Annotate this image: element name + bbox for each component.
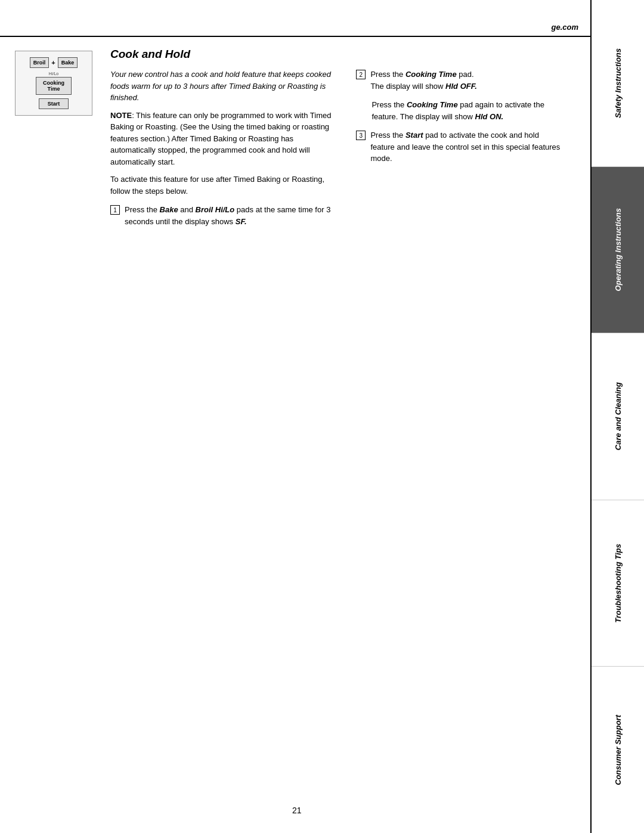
step-1-text: Press the Bake and Broil Hi/Lo pads at t… — [125, 204, 338, 227]
step-2b-text: Press the Cooking Time pad again to acti… — [371, 99, 564, 122]
step-2-number: 2 — [356, 70, 366, 79]
hilo-label: Hi/Lo — [20, 72, 87, 76]
sidebar-safety-label: Safety Instructions — [614, 48, 623, 118]
step-2b-spacer — [356, 99, 367, 122]
broil-label: Broil — [33, 60, 46, 66]
sidebar-section-care[interactable]: Care and Cleaning — [592, 333, 644, 500]
step-1-number: 1 — [110, 205, 120, 215]
sidebar-consumer-label: Consumer Support — [614, 715, 623, 785]
note-text: NOTE: This feature can only be programme… — [110, 110, 338, 168]
sidebar-section-safety[interactable]: Safety Instructions — [592, 0, 644, 167]
page-container: ge.com Safety Instructions Operating Ins… — [0, 0, 644, 833]
step-3-number: 3 — [356, 131, 366, 140]
cooking-time-label2: Time — [40, 86, 67, 92]
broil-bake-row: Broil + Bake — [20, 57, 87, 68]
section-title: Cook and Hold — [110, 48, 190, 61]
sidebar-care-label: Care and Cleaning — [614, 382, 623, 450]
left-column: Your new control has a cook and hold fea… — [110, 69, 338, 234]
bake-button: Bake — [58, 57, 78, 68]
step-3: 3 Press the Start pad to activate the co… — [356, 129, 564, 165]
content-area: Your new control has a cook and hold fea… — [110, 69, 564, 234]
step-2: 2 Press the Cooking Time pad. The displa… — [356, 69, 564, 92]
step-3-text: Press the Start pad to activate the cook… — [370, 129, 564, 165]
page-number: 21 — [292, 806, 302, 815]
sidebar-section-consumer[interactable]: Consumer Support — [592, 667, 644, 833]
intro-text: Your new control has a cook and hold fea… — [110, 69, 338, 104]
sidebar-section-troubleshooting[interactable]: Troubleshooting Tips — [592, 500, 644, 667]
sidebar-operating-label: Operating Instructions — [614, 208, 623, 291]
sidebar-troubleshooting-label: Troubleshooting Tips — [614, 544, 623, 623]
step-2b: Press the Cooking Time pad again to acti… — [356, 99, 564, 122]
top-border — [0, 36, 590, 37]
cooking-time-button: Cooking Time — [36, 77, 72, 95]
right-column: 2 Press the Cooking Time pad. The displa… — [356, 69, 564, 234]
control-diagram: Broil + Bake Hi/Lo Cooking Time Start — [15, 51, 92, 116]
sidebar-section-operating[interactable]: Operating Instructions — [592, 167, 644, 334]
step-2-text: Press the Cooking Time pad. The display … — [370, 69, 564, 92]
plus-symbol: + — [51, 59, 55, 66]
start-button: Start — [39, 98, 69, 109]
broil-button: Broil — [30, 57, 49, 68]
step-1: 1 Press the Bake and Broil Hi/Lo pads at… — [110, 204, 338, 227]
note-label: NOTE — [110, 111, 132, 120]
cooking-time-label1: Cooking — [40, 80, 67, 86]
right-sidebar: Safety Instructions Operating Instructio… — [590, 0, 644, 833]
gecom-header: ge.com — [551, 23, 578, 32]
note-body: : This feature can only be programmed to… — [110, 111, 331, 166]
body-text: To activate this feature for use after T… — [110, 174, 338, 197]
bake-label: Bake — [61, 60, 75, 66]
